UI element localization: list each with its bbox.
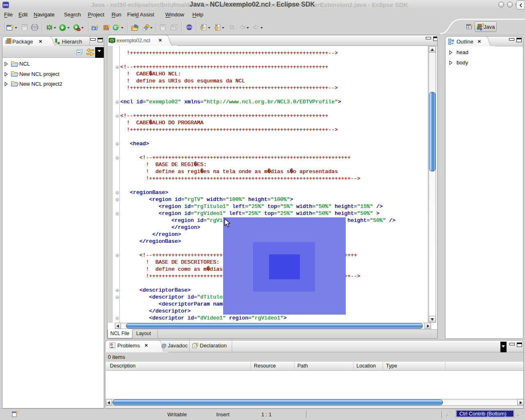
svg-text:J: J (94, 26, 96, 30)
